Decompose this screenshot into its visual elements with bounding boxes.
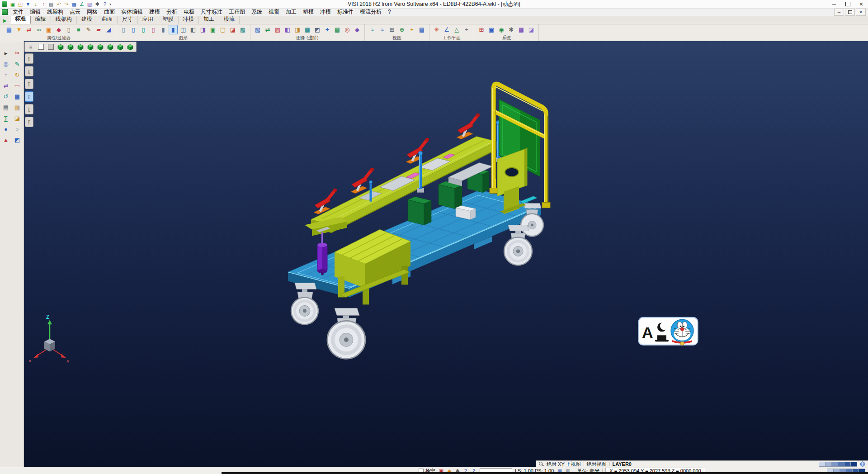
qa-open-icon[interactable]: ◰	[17, 1, 24, 7]
close-button[interactable]: ✕	[854, 0, 868, 8]
system-display-icon[interactable]: ▣	[487, 25, 496, 34]
menu-item[interactable]: 塑模	[300, 8, 317, 16]
qa-export-icon[interactable]: ↑	[40, 1, 47, 7]
menu-item[interactable]: 线架构	[44, 8, 66, 16]
color-swap-icon[interactable]: ⇄	[24, 25, 33, 34]
view-front-icon[interactable]	[76, 43, 85, 51]
menu-item[interactable]: 工程图	[226, 8, 248, 16]
image-grid-icon[interactable]: ▦	[303, 25, 312, 34]
save-tool-icon[interactable]: ◩	[12, 135, 23, 145]
point-style-icon[interactable]: ▯	[119, 25, 128, 34]
menu-item[interactable]: 加工	[283, 8, 300, 16]
notes-tool-icon[interactable]: ▥	[12, 102, 23, 113]
menu-item[interactable]: 文件	[9, 8, 27, 16]
ribbon-tab[interactable]: 应用	[138, 15, 158, 24]
qa-new-icon[interactable]: ▣	[9, 1, 16, 7]
filter-icon[interactable]: ▼	[14, 25, 24, 34]
viewport-3d[interactable]: Z x y A	[24, 41, 868, 467]
image-blend-icon[interactable]: ◨	[293, 25, 302, 34]
zoom-extents-icon[interactable]: ⊕	[397, 25, 406, 34]
solid-filter-icon[interactable]: ■	[74, 25, 83, 34]
view-back-icon[interactable]	[86, 43, 95, 51]
viewbar-blank-view-button[interactable]	[36, 43, 45, 51]
shaded-mode-icon[interactable]: ▮	[169, 25, 178, 34]
history-tool-icon[interactable]: ○	[12, 124, 23, 134]
app-menu-icon[interactable]	[2, 9, 8, 15]
bounding-box-icon[interactable]: ▢	[218, 25, 227, 34]
solid-box-icon[interactable]: ▣	[208, 25, 217, 34]
side-slot-3-icon[interactable]: ▯	[25, 79, 33, 89]
link-icon[interactable]: ∞	[34, 25, 43, 34]
ribbon-tab[interactable]: 尺寸	[118, 15, 138, 24]
view-axo-icon[interactable]	[126, 43, 135, 51]
print-tool-icon[interactable]: ▤	[1, 102, 11, 113]
qa-import-icon[interactable]: ↓	[33, 1, 39, 7]
view-list-icon[interactable]: ▤	[417, 25, 426, 34]
side-slot-2-icon[interactable]: ▯	[25, 66, 33, 76]
flag-tool-icon[interactable]: ▲	[1, 135, 11, 145]
workplane-world-icon[interactable]: ✳	[432, 25, 441, 34]
viewbar-menu-button[interactable]: ≡	[26, 43, 35, 51]
hidden-line-icon[interactable]: ◧	[189, 25, 198, 34]
color-swatch[interactable]	[831, 462, 838, 467]
globe-icon[interactable]	[860, 461, 865, 467]
surface-style-icon[interactable]: ▮	[159, 25, 168, 34]
menu-item[interactable]: 尺寸标注	[198, 8, 226, 16]
transform-tool-icon[interactable]: ↺	[1, 91, 11, 102]
qa-snapshot-icon[interactable]: ▧	[86, 1, 93, 7]
color-swatch[interactable]	[819, 462, 826, 467]
view-left-icon[interactable]	[96, 43, 105, 51]
qa-measure-icon[interactable]: ∠	[79, 1, 85, 7]
system-colors-icon[interactable]: ⊞	[477, 25, 486, 34]
menu-item[interactable]: 标准件	[334, 8, 357, 16]
menu-item[interactable]: 点云	[66, 8, 84, 16]
menu-item[interactable]: 电极	[180, 8, 198, 16]
menu-item[interactable]: 建模	[146, 8, 163, 16]
curve-style-icon[interactable]: ▯	[149, 25, 158, 34]
color-swatch[interactable]	[825, 462, 832, 467]
select-tool-icon[interactable]: ▸	[1, 48, 11, 58]
layers-tool-icon[interactable]: ▦	[12, 91, 23, 102]
view-bottom-icon[interactable]	[116, 43, 125, 51]
view-cube-label[interactable]: 绝对 XY 上视图	[547, 461, 581, 468]
menu-item[interactable]: 分析	[163, 8, 180, 16]
view-right-icon[interactable]	[106, 43, 115, 51]
dropper-icon[interactable]: ◢	[104, 25, 113, 34]
box-select-icon[interactable]: ▣	[44, 25, 53, 34]
layer-label[interactable]: LAYER0	[613, 461, 632, 467]
menu-item[interactable]: 编辑	[27, 8, 44, 16]
restore-button[interactable]	[841, 0, 854, 8]
qa-save-icon[interactable]: ▼	[25, 1, 31, 7]
menu-item[interactable]: 模流分析	[357, 8, 385, 16]
workplane-angle-icon[interactable]: ∠	[442, 25, 451, 34]
workplane-plane-icon[interactable]: △	[452, 25, 461, 34]
view-iso-icon[interactable]	[56, 43, 65, 51]
ribbon-tab[interactable]: 曲面	[97, 15, 118, 24]
zoom-dynamic-icon[interactable]: ≈	[368, 25, 377, 34]
pan-view-icon[interactable]: +	[407, 25, 416, 34]
menu-item[interactable]: 曲面	[101, 8, 118, 16]
transparent-mode-icon[interactable]: ◨	[198, 25, 208, 34]
cylinder-filter-icon[interactable]: ▯	[64, 25, 73, 34]
viewbar-frame-view-button[interactable]	[46, 43, 55, 51]
snap-tool-icon[interactable]: ◎	[1, 59, 11, 69]
system-plane-icon[interactable]: ◪	[527, 25, 536, 34]
qa-undo-icon[interactable]: ↶	[56, 1, 62, 7]
image-adjust-icon[interactable]: ◩	[313, 25, 322, 34]
sketch-tool-icon[interactable]: ✎	[12, 59, 23, 69]
rotate-tool-icon[interactable]: ↻	[12, 70, 23, 80]
qa-plot-icon[interactable]: ▦	[71, 1, 77, 7]
system-settings-icon[interactable]: ✱	[507, 25, 516, 34]
image-tools-icon[interactable]: ✦	[323, 25, 332, 34]
mdi-restore-button[interactable]	[845, 9, 855, 16]
menu-item[interactable]: 冲模	[317, 8, 334, 16]
run-icon[interactable]: ▶	[0, 18, 10, 24]
move-tool-icon[interactable]: +	[1, 70, 11, 80]
attributes-icon[interactable]: ▤	[5, 25, 14, 34]
wireframe-mode-icon[interactable]: ◫	[179, 25, 188, 34]
ribbon-tab[interactable]: 加工	[199, 15, 219, 24]
calc-tool-icon[interactable]: ∑	[1, 113, 11, 123]
ribbon-tab[interactable]: 冲模	[179, 15, 199, 24]
menu-item[interactable]: 系统	[248, 8, 265, 16]
ribbon-tab[interactable]: 模流	[219, 15, 240, 24]
